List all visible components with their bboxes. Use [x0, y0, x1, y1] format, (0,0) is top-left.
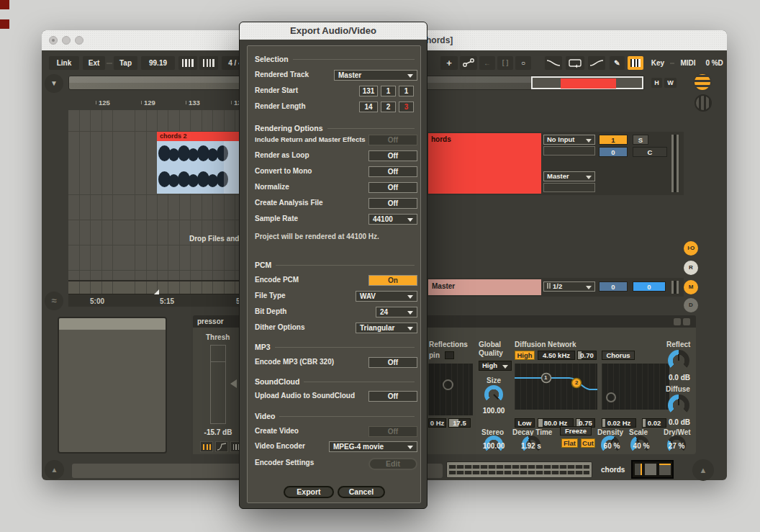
- compressor-device[interactable]: pressor Thresh -15.7 dB: [193, 315, 245, 454]
- arrangement-overview-toggle[interactable]: ▼: [45, 74, 63, 93]
- drywet-value-text[interactable]: 27 %: [664, 442, 689, 451]
- master-routing-dropdown[interactable]: 1/2: [543, 281, 595, 292]
- arm-button[interactable]: 1: [599, 135, 628, 145]
- save-preset-icon[interactable]: [683, 318, 690, 325]
- clip-waveform[interactable]: [157, 141, 240, 194]
- master-track-name[interactable]: Master: [428, 279, 541, 295]
- chorus-toggle[interactable]: Chorus: [602, 351, 635, 360]
- device-chain-thumbnail[interactable]: [631, 460, 674, 479]
- export-button[interactable]: Export: [284, 486, 334, 498]
- loop-icon[interactable]: [566, 56, 584, 70]
- render-as-loop-toggle[interactable]: Off: [368, 150, 417, 161]
- dialog-title[interactable]: Export Audio/Video: [240, 22, 427, 40]
- compressor-title[interactable]: pressor: [193, 315, 245, 328]
- clip-title-bar[interactable]: chords 2: [157, 132, 240, 141]
- chorus-xy-display[interactable]: [602, 364, 669, 410]
- video-encoder-dropdown[interactable]: MPEG-4 movie: [329, 441, 417, 452]
- reflect-value[interactable]: 0.0 dB: [664, 374, 695, 382]
- close-button[interactable]: [49, 36, 58, 45]
- overview-w-button[interactable]: W: [664, 78, 677, 88]
- spin-point[interactable]: [443, 379, 453, 390]
- arrangement-view-toggle[interactable]: [693, 73, 712, 91]
- lo-shelf-toggle[interactable]: Low: [515, 418, 535, 428]
- detail-view-toggle[interactable]: ▲: [692, 459, 714, 481]
- density-value-text[interactable]: 60 %: [599, 442, 625, 451]
- spin-amount-box[interactable]: 17.5: [448, 418, 471, 428]
- threshold-value[interactable]: -15.7 dB: [199, 428, 238, 437]
- freeze-button[interactable]: Freeze: [560, 426, 592, 436]
- flat-button[interactable]: Flat: [561, 438, 578, 448]
- delay-section-toggle[interactable]: D: [684, 298, 698, 312]
- reverb-title-bar[interactable]: [426, 315, 696, 328]
- sample-rate-dropdown[interactable]: 44100: [368, 214, 417, 225]
- punch-out-icon[interactable]: [588, 56, 605, 70]
- diffusion-eq-display[interactable]: 1 2: [515, 364, 597, 410]
- computer-midi-keyboard-icon[interactable]: [628, 56, 643, 70]
- render-start-sixteenths[interactable]: 1: [399, 86, 414, 96]
- link-button[interactable]: Link: [49, 56, 79, 70]
- master-volume-box[interactable]: 0: [633, 281, 666, 292]
- encode-mp3-toggle[interactable]: Off: [368, 357, 417, 368]
- bit-depth-dropdown[interactable]: 24: [376, 307, 417, 317]
- quantize-menu-icon[interactable]: [199, 56, 218, 70]
- activity-view-button[interactable]: [200, 441, 213, 452]
- zoom-back-button[interactable]: ≈: [45, 292, 63, 310]
- cancel-button[interactable]: Cancel: [338, 486, 385, 498]
- normalize-toggle[interactable]: Off: [368, 182, 417, 193]
- clip-overview-strip[interactable]: [446, 461, 592, 478]
- master-pan-box[interactable]: 0: [599, 281, 628, 292]
- key-map-button[interactable]: Key: [647, 56, 669, 70]
- rendered-track-dropdown[interactable]: Master: [334, 70, 417, 81]
- reflect-knob[interactable]: [668, 350, 689, 371]
- filter-dot-2[interactable]: 2: [575, 379, 578, 387]
- follow-circle-icon[interactable]: ○: [515, 56, 531, 70]
- io-section-toggle[interactable]: I·O: [684, 241, 698, 256]
- tap-tempo-button[interactable]: Tap: [114, 56, 137, 70]
- ext-button[interactable]: Ext: [83, 56, 105, 70]
- audio-clip[interactable]: chords 2: [157, 132, 240, 194]
- re-enable-automation-icon[interactable]: ←: [479, 56, 495, 70]
- chorus-rate-box[interactable]: 0.02 Hz: [602, 418, 636, 428]
- render-start-bars[interactable]: 131: [359, 86, 378, 96]
- plus-icon[interactable]: +: [440, 56, 458, 70]
- info-view-toggle[interactable]: ▲: [45, 460, 64, 479]
- render-start-beats[interactable]: 1: [381, 86, 396, 96]
- mixer-section-toggle[interactable]: M: [684, 280, 698, 294]
- hi-shelf-gain[interactable]: 0.70: [577, 351, 597, 360]
- midi-map-button[interactable]: MIDI: [676, 56, 700, 70]
- render-length-bars[interactable]: 14: [359, 102, 378, 112]
- input-channel-box[interactable]: [543, 146, 595, 155]
- returns-section-toggle[interactable]: R: [684, 261, 698, 275]
- pan-box[interactable]: 0: [599, 147, 628, 157]
- marker-brackets-icon[interactable]: [ ]: [497, 56, 513, 70]
- punch-in-icon[interactable]: [545, 56, 562, 70]
- render-length-sixteenths[interactable]: 3: [399, 102, 414, 112]
- transfer-curve-button[interactable]: [215, 441, 228, 452]
- solo-button[interactable]: S: [633, 135, 648, 145]
- create-analysis-toggle[interactable]: Off: [368, 198, 417, 209]
- spin-xy-display[interactable]: [428, 364, 473, 415]
- overview-view-box[interactable]: [531, 76, 643, 89]
- zoom-button[interactable]: [75, 36, 83, 45]
- reverb-device[interactable]: Reflections pin 0 Hz 17.5 Global Quality…: [426, 315, 696, 454]
- hi-shelf-toggle[interactable]: High: [515, 351, 535, 360]
- session-view-toggle[interactable]: [695, 94, 712, 112]
- render-length-beats[interactable]: 2: [381, 102, 396, 112]
- threshold-slider[interactable]: [210, 345, 226, 424]
- diffuse-value[interactable]: 0.0 dB: [664, 418, 695, 427]
- chorus-amount-box[interactable]: 0.02: [642, 418, 666, 428]
- size-value[interactable]: 100.00: [476, 407, 511, 415]
- pencil-icon[interactable]: ✎: [610, 56, 625, 70]
- decay-value-text[interactable]: 1.92 s: [514, 442, 548, 451]
- cut-button[interactable]: Cut: [581, 438, 595, 448]
- scale-value-text[interactable]: 40 %: [628, 442, 654, 451]
- size-knob[interactable]: [484, 385, 503, 404]
- output-routing-dropdown[interactable]: Master: [543, 171, 595, 181]
- dither-options-dropdown[interactable]: Triangular: [356, 323, 417, 333]
- groove-quantize-icon[interactable]: [178, 56, 197, 70]
- automation-mode-icon[interactable]: [460, 56, 477, 70]
- overview-selection[interactable]: [561, 78, 616, 89]
- track-name[interactable]: hords: [428, 133, 541, 194]
- diffuse-knob[interactable]: [668, 395, 689, 416]
- crossfade-button[interactable]: C: [633, 147, 667, 157]
